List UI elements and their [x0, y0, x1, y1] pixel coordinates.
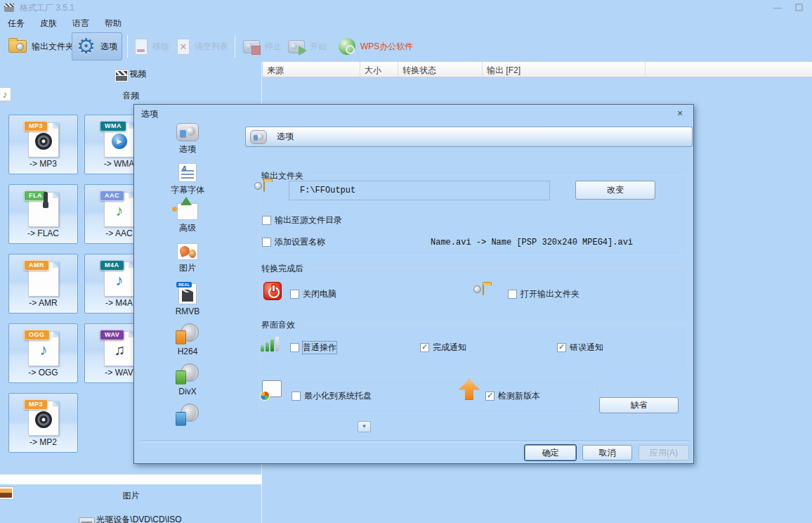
- checkbox-box: [290, 290, 299, 299]
- audio-target-mp3[interactable]: MP3 -> MP3: [8, 115, 78, 174]
- section-title: 转换完成后: [260, 263, 308, 275]
- checkbox-normal-operation[interactable]: 普通操作: [290, 342, 336, 354]
- toolbar-separator: [127, 35, 128, 58]
- folder-icon: [263, 181, 265, 192]
- dialog-nav: 选项 字幕字体 高级 图片 RMVB H264 DivX: [134, 123, 241, 441]
- minimize-button[interactable]: —: [770, 2, 785, 13]
- column-size[interactable]: 大小: [360, 62, 398, 77]
- nav-next-partial[interactable]: [176, 403, 199, 437]
- maximize-button[interactable]: [791, 2, 806, 13]
- nav-subtitle-font[interactable]: 字幕字体: [171, 163, 204, 196]
- nav-options[interactable]: 选项: [176, 123, 199, 156]
- format-badge: MP3: [24, 399, 48, 410]
- file-type-icon: AAC: [104, 192, 135, 227]
- audio-target-mp2[interactable]: MP3 -> MP2: [8, 393, 78, 453]
- app-icon: [4, 4, 14, 12]
- film-reel-icon: [176, 323, 199, 344]
- file-type-icon: WMA: [104, 122, 135, 157]
- format-badge: WAV: [100, 330, 124, 340]
- stop-icon: [243, 40, 260, 53]
- section-title: 界面音效: [260, 319, 299, 331]
- file-table-header: 来源 大小 转换状态 输出 [F2]: [263, 62, 812, 77]
- checkbox-check-new-version[interactable]: 检测新版本: [485, 390, 540, 402]
- category-rom-device[interactable]: 光驱设备\DVD\CD\ISO: [0, 509, 262, 523]
- checkbox-done-notification[interactable]: 完成通知: [420, 342, 466, 354]
- options-button[interactable]: ⚙ 选项: [72, 32, 122, 60]
- wps-office-button[interactable]: WPS办公软件: [334, 32, 417, 60]
- audio-target-amr[interactable]: AMR -> AMR: [8, 254, 78, 314]
- ok-button[interactable]: 确定: [525, 445, 576, 460]
- footer-separator: [140, 441, 689, 442]
- file-type-icon: MP3: [28, 401, 59, 436]
- checkbox-shutdown[interactable]: 关闭电脑: [290, 288, 336, 300]
- column-source[interactable]: 来源: [263, 62, 360, 77]
- change-button[interactable]: 改变: [575, 181, 655, 200]
- category-video[interactable]: 视频: [0, 63, 262, 84]
- checkbox-label: 错误通知: [570, 342, 603, 354]
- menu-skin[interactable]: 皮肤: [32, 16, 65, 31]
- menu-language[interactable]: 语言: [65, 16, 97, 31]
- video-icon: [114, 70, 129, 82]
- nav-scroll-down-button[interactable]: ▼: [358, 421, 371, 432]
- checkbox-open-output-folder[interactable]: 打开输出文件夹: [508, 288, 579, 300]
- play-icon: [112, 134, 127, 149]
- music-note-icon: [40, 341, 48, 359]
- nav-picture[interactable]: 图片: [177, 243, 198, 276]
- checkbox-box: [292, 392, 301, 401]
- nav-rmvb[interactable]: RMVB: [176, 283, 200, 316]
- file-type-icon: AMR: [28, 262, 59, 297]
- dialog-banner: 选项: [245, 127, 693, 147]
- category-audio[interactable]: ♪ 音频: [0, 85, 262, 106]
- nav-divx[interactable]: DivX: [176, 363, 199, 396]
- menu-bar: 任务 皮肤 语言 帮助: [0, 15, 812, 31]
- nav-advanced[interactable]: 高级: [177, 203, 198, 236]
- format-badge: OGG: [24, 330, 50, 340]
- checkbox-box: [508, 290, 517, 299]
- audio-target-ogg[interactable]: OGG -> OGG: [8, 323, 78, 383]
- start-button[interactable]: 开始: [284, 32, 331, 60]
- column-output[interactable]: 输出 [F2]: [483, 62, 646, 77]
- checkbox-label: 打开输出文件夹: [520, 288, 579, 300]
- toolbar: 输出文件夹 ⚙ 选项 移除 清空列表 停止 开始 WPS办公软件: [0, 31, 812, 62]
- checkbox-label: 添加设置名称: [275, 236, 325, 248]
- checkbox-box: [485, 392, 495, 401]
- column-status[interactable]: 转换状态: [398, 62, 483, 77]
- stop-button[interactable]: 停止: [239, 32, 286, 60]
- checkbox-add-setting-name[interactable]: 添加设置名称: [262, 236, 325, 248]
- category-picture[interactable]: 图片: [0, 485, 262, 506]
- paint-icon: [177, 243, 198, 260]
- format-badge: WMA: [100, 121, 126, 131]
- menu-help[interactable]: 帮助: [97, 16, 129, 31]
- default-button[interactable]: 缺省: [599, 397, 679, 413]
- dialog-close-button[interactable]: ×: [674, 107, 686, 120]
- options-dialog: 选项 × 选项 字幕字体 高级 图片 RMVB H264 DivX: [133, 104, 694, 464]
- nav-h264[interactable]: H264: [176, 323, 199, 356]
- title-bar: 格式工厂 3.5.1: [0, 0, 812, 15]
- file-type-icon: M4A: [104, 262, 135, 297]
- menu-task[interactable]: 任务: [0, 16, 32, 31]
- subtitle-font-icon: [178, 163, 197, 182]
- checkbox-box: [290, 343, 299, 352]
- cancel-button[interactable]: 取消: [582, 445, 632, 460]
- folder-icon: [483, 284, 484, 295]
- clear-list-button[interactable]: 清空列表: [173, 32, 233, 60]
- checkbox-output-to-source[interactable]: 输出至源文件目录: [262, 214, 342, 226]
- computer-icon: [262, 380, 282, 397]
- checkbox-minimize-to-tray[interactable]: 最小化到系统托盘: [292, 390, 372, 402]
- music-notes-icon: [114, 342, 125, 359]
- disc-drive-icon: [79, 517, 95, 523]
- wps-globe-icon: [339, 38, 355, 55]
- checkbox-label: 最小化到系统托盘: [304, 390, 372, 402]
- audio-target-flac[interactable]: FLA -> FLAC: [8, 184, 78, 244]
- rmvb-icon: [178, 283, 197, 304]
- column-empty: [646, 62, 812, 77]
- format-badge: MP3: [24, 121, 48, 131]
- output-folder-button[interactable]: 输出文件夹: [4, 32, 78, 60]
- apply-button[interactable]: 应用(A): [639, 445, 689, 460]
- remove-button[interactable]: 移除: [131, 32, 173, 60]
- sound-bars-icon: [261, 337, 279, 351]
- checkbox-error-notification[interactable]: 错误通知: [557, 342, 603, 354]
- toolbar-separator: [235, 35, 235, 58]
- output-path-field[interactable]: F:\FFOutput: [289, 181, 550, 200]
- checkbox-box: [262, 216, 271, 225]
